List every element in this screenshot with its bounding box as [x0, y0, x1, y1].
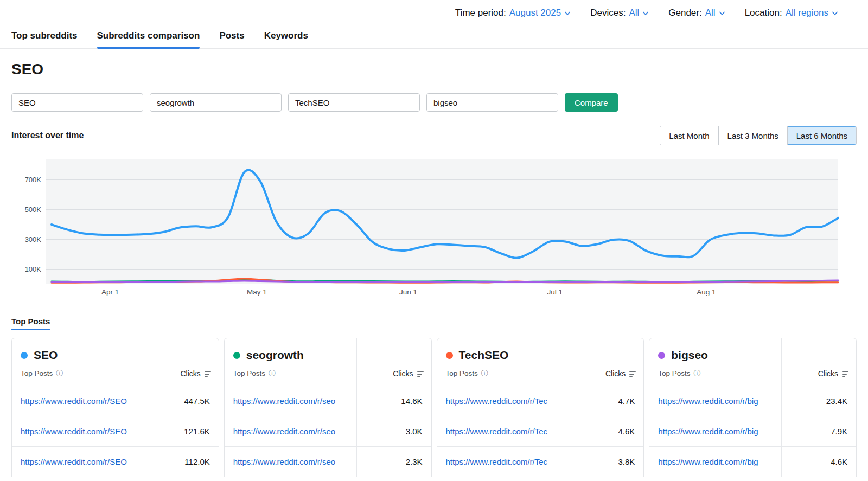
clicks-col-header[interactable]: Clicks [356, 338, 431, 386]
filter-gender-label: Gender: [668, 8, 701, 18]
clicks-col-header[interactable]: Clicks [569, 338, 643, 386]
post-link[interactable]: https://www.reddit.com/r/seo [225, 416, 356, 446]
clicks-value: 14.6K [356, 386, 431, 416]
svg-text:300K: 300K [25, 235, 42, 243]
card-header: bigseo Top Posts ⓘ [649, 338, 781, 386]
filter-location[interactable]: Location: All regions [745, 8, 838, 18]
chevron-down-icon [642, 11, 649, 16]
clicks-label: Clicks [605, 369, 626, 378]
filter-location-value: All regions [786, 8, 828, 18]
range-last-6-months[interactable]: Last 6 Months [787, 126, 856, 145]
post-link[interactable]: https://www.reddit.com/r/SEO [12, 446, 144, 477]
clicks-value: 447.5K [144, 386, 219, 416]
sort-icon [417, 371, 424, 377]
filter-time-period-label: Time period: [455, 8, 506, 18]
sort-icon [629, 371, 636, 377]
subreddit-name: TechSEO [459, 348, 509, 362]
subreddit-input-2[interactable] [150, 93, 282, 112]
card-header: seogrowth Top Posts ⓘ [225, 338, 356, 386]
interest-chart: 100K300K500K700KApr 1May 1Jun 1Jul 1Aug … [11, 159, 857, 297]
clicks-value: 23.4K [781, 386, 856, 416]
clicks-value: 112.0K [144, 446, 219, 477]
top-posts-col-header: Top Posts [21, 369, 53, 378]
interest-title: Interest over time [11, 131, 84, 140]
subreddit-input-4[interactable] [426, 93, 558, 112]
series-color-dot [658, 352, 665, 359]
post-link[interactable]: https://www.reddit.com/r/big [649, 386, 781, 416]
post-link[interactable]: https://www.reddit.com/r/seo [225, 446, 356, 477]
filter-devices[interactable]: Devices: All [590, 8, 649, 18]
clicks-col-header[interactable]: Clicks [144, 338, 219, 386]
subreddit-input-3[interactable] [288, 93, 420, 112]
post-link[interactable]: https://www.reddit.com/r/big [649, 416, 781, 446]
global-filters: Time period: August 2025 Devices: All Ge… [0, 0, 868, 18]
post-link[interactable]: https://www.reddit.com/r/seo [225, 386, 356, 416]
post-link[interactable]: https://www.reddit.com/r/SEO [12, 416, 144, 446]
top-posts-tab[interactable]: Top Posts [11, 317, 50, 330]
page-title: SEO [11, 61, 868, 78]
clicks-label: Clicks [393, 369, 413, 378]
top-posts-col-header: Top Posts [233, 369, 265, 378]
filter-time-period[interactable]: Time period: August 2025 [455, 8, 571, 18]
filter-time-period-value: August 2025 [509, 8, 561, 18]
filter-gender[interactable]: Gender: All [668, 8, 725, 18]
post-link[interactable]: https://www.reddit.com/r/Tec [437, 446, 569, 477]
sort-icon [842, 371, 848, 377]
svg-text:Apr 1: Apr 1 [101, 288, 119, 296]
subreddit-name: bigseo [671, 348, 708, 362]
series-color-dot [21, 352, 28, 359]
top-posts-col-header: Top Posts [446, 369, 478, 378]
top-posts-cards: SEO Top Posts ⓘ Clicks https://www.reddi… [11, 338, 857, 477]
clicks-label: Clicks [180, 369, 200, 378]
svg-text:500K: 500K [25, 206, 42, 214]
chevron-down-icon [719, 11, 725, 16]
post-link[interactable]: https://www.reddit.com/r/SEO [12, 386, 144, 416]
tab-top-subreddits[interactable]: Top subreddits [11, 27, 78, 48]
filter-gender-value: All [705, 8, 716, 18]
subreddit-card-bigseo: bigseo Top Posts ⓘ Clicks https://www.re… [649, 338, 857, 477]
top-posts-col-header: Top Posts [658, 369, 690, 378]
interest-header: Interest over time Last Month Last 3 Mon… [11, 126, 857, 145]
tab-subreddits-comparison[interactable]: Subreddits comparison [97, 27, 200, 48]
clicks-value: 3.0K [356, 416, 431, 446]
chevron-down-icon [564, 11, 571, 16]
range-last-month[interactable]: Last Month [660, 126, 718, 145]
subreddit-card-techseo: TechSEO Top Posts ⓘ Clicks https://www.r… [437, 338, 644, 477]
svg-text:Aug 1: Aug 1 [697, 288, 716, 296]
clicks-value: 121.6K [144, 416, 219, 446]
subreddit-input-1[interactable] [11, 93, 143, 112]
clicks-value: 2.3K [356, 446, 431, 477]
range-last-3-months[interactable]: Last 3 Months [718, 126, 787, 145]
subreddit-name: seogrowth [246, 348, 304, 362]
clicks-label: Clicks [818, 369, 838, 378]
range-segmented-control: Last Month Last 3 Months Last 6 Months [660, 126, 857, 145]
info-icon: ⓘ [481, 369, 488, 378]
clicks-value: 7.9K [781, 416, 856, 446]
clicks-value: 4.7K [569, 386, 643, 416]
tab-posts[interactable]: Posts [219, 27, 244, 48]
filter-devices-value: All [629, 8, 639, 18]
compare-button[interactable]: Compare [565, 93, 618, 112]
main-tabs: Top subreddits Subreddits comparison Pos… [0, 27, 868, 49]
svg-text:700K: 700K [25, 176, 42, 184]
subreddit-name: SEO [34, 348, 58, 362]
info-icon: ⓘ [694, 369, 701, 378]
svg-text:Jun 1: Jun 1 [399, 288, 417, 296]
subreddit-card-seo: SEO Top Posts ⓘ Clicks https://www.reddi… [11, 338, 219, 477]
svg-text:100K: 100K [25, 265, 42, 273]
post-link[interactable]: https://www.reddit.com/r/big [649, 446, 781, 477]
post-link[interactable]: https://www.reddit.com/r/Tec [437, 386, 569, 416]
clicks-value: 4.6K [569, 416, 643, 446]
post-link[interactable]: https://www.reddit.com/r/Tec [437, 416, 569, 446]
sort-icon [205, 371, 211, 377]
svg-text:Jul 1: Jul 1 [547, 288, 563, 296]
chevron-down-icon [832, 11, 838, 16]
card-header: SEO Top Posts ⓘ [12, 338, 144, 386]
clicks-value: 3.8K [569, 446, 643, 477]
filter-devices-label: Devices: [590, 8, 626, 18]
card-header: TechSEO Top Posts ⓘ [437, 338, 569, 386]
compare-row: Compare [11, 93, 857, 112]
info-icon: ⓘ [56, 369, 63, 378]
tab-keywords[interactable]: Keywords [264, 27, 308, 48]
clicks-col-header[interactable]: Clicks [781, 338, 856, 386]
